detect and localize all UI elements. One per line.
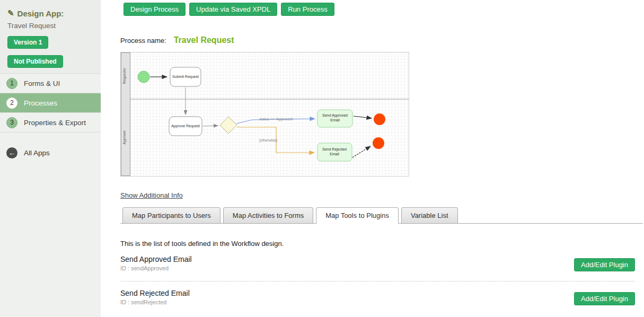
sidebar-header: ✎ Design App: Travel Request Version 1 N… <box>0 0 101 73</box>
tool-name: Send Approved Email <box>120 255 192 263</box>
published-status-badge[interactable]: Not Published <box>7 55 63 68</box>
design-app-title-label: Design App: <box>17 9 64 18</box>
lane-label-approver: Approver <box>122 130 127 144</box>
sidebar-item-properties-export[interactable]: 3 Properties & Export <box>0 112 101 132</box>
process-name-label: Process name: <box>120 37 166 45</box>
sidebar-item-forms-ui[interactable]: 1 Forms & UI <box>0 73 101 93</box>
update-xpdl-button[interactable]: Update via Saved XPDL <box>189 3 277 16</box>
flow-label-approved: status == 'Approved' <box>259 117 293 121</box>
sidebar-item-label: Properties & Export <box>24 119 86 127</box>
step-number-badge: 2 <box>6 98 17 109</box>
tab-variable-list[interactable]: Variable List <box>401 207 458 223</box>
show-additional-info-link[interactable]: Show Additional Info <box>120 191 183 199</box>
mapping-tabs: Map Participants to Users Map Activities… <box>120 207 643 224</box>
sidebar-item-processes[interactable]: 2 Processes <box>0 93 101 112</box>
tool-name: Send Rejected Email <box>120 289 190 297</box>
design-app-title: ✎ Design App: <box>7 8 93 18</box>
end-event-node-2[interactable] <box>373 137 384 149</box>
tool-row-send-approved: Send Approved Email ID : sendApproved Ad… <box>120 248 635 281</box>
process-name-row: Process name: Travel Request <box>120 36 635 45</box>
add-edit-plugin-button-1[interactable]: Add/Edit Plugin <box>574 258 635 271</box>
approve-request-label: Approve Request <box>171 124 200 128</box>
end-event-node-1[interactable] <box>374 113 385 125</box>
all-apps-link[interactable]: ← All Apps <box>0 147 101 158</box>
add-edit-plugin-button-2[interactable]: Add/Edit Plugin <box>574 292 635 305</box>
send-rejected-label-1: Send Rejected <box>322 147 347 152</box>
version-badge[interactable]: Version 1 <box>7 36 48 49</box>
tool-row-send-rejected: Send Rejected Email ID : sendRejected Ad… <box>120 281 635 315</box>
tab-map-tools-to-plugins[interactable]: Map Tools to Plugins <box>316 207 399 224</box>
tool-id: ID : sendApproved <box>120 265 192 271</box>
step-number-badge: 1 <box>6 78 17 89</box>
sidebar-item-label: Processes <box>24 99 57 107</box>
tool-id: ID : sendRejected <box>120 299 190 305</box>
edit-icon: ✎ <box>7 8 14 18</box>
back-arrow-icon: ← <box>6 147 17 158</box>
tab-map-activities-to-forms[interactable]: Map Activities to Forms <box>223 207 313 223</box>
process-diagram[interactable]: Requester Approver status == 'Approved' … <box>120 52 409 177</box>
main-content: Design Process Update via Saved XPDL Run… <box>101 0 644 317</box>
step-number-badge: 3 <box>6 117 17 128</box>
all-apps-label: All Apps <box>24 149 50 157</box>
process-name-value: Travel Request <box>174 36 234 45</box>
send-approved-label-2: Email <box>330 118 340 122</box>
sidebar-nav: 1 Forms & UI 2 Processes 3 Properties & … <box>0 73 101 133</box>
tab-map-participants-to-users[interactable]: Map Participants to Users <box>122 207 220 223</box>
tool-info: Send Approved Email ID : sendApproved <box>120 255 192 271</box>
tool-info: Send Rejected Email ID : sendRejected <box>120 289 190 305</box>
run-process-button[interactable]: Run Process <box>281 3 334 16</box>
app-name: Travel Request <box>7 22 93 30</box>
sidebar: ✎ Design App: Travel Request Version 1 N… <box>0 0 101 317</box>
tools-description: This is the list of tools defined in the… <box>120 240 635 248</box>
submit-request-label: Submit Request <box>172 75 199 79</box>
sidebar-item-label: Forms & UI <box>24 80 60 87</box>
lane-label-requester: Requester <box>122 67 127 84</box>
flow-label-otherwise: [otherwise] <box>259 138 277 143</box>
send-approved-label-1: Send Approved <box>322 113 348 118</box>
design-process-button[interactable]: Design Process <box>123 3 186 16</box>
start-event-node[interactable] <box>138 71 149 83</box>
send-rejected-label-2: Email <box>330 152 339 156</box>
process-toolbar: Design Process Update via Saved XPDL Run… <box>123 3 635 16</box>
